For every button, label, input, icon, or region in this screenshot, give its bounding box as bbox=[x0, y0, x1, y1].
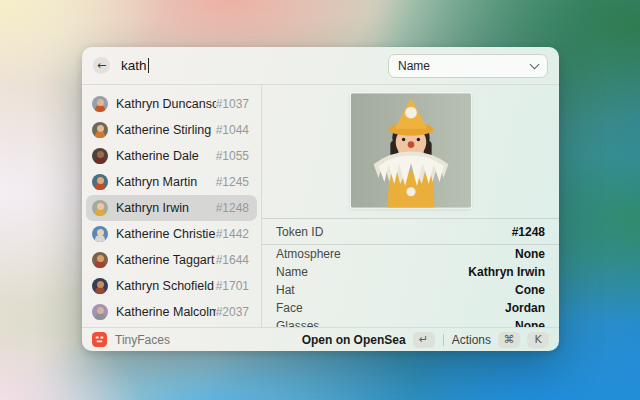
metadata-row: HatCone bbox=[262, 281, 559, 299]
item-name: Katherine Christie bbox=[116, 227, 216, 241]
avatar-outfit bbox=[95, 209, 105, 216]
item-token-id: #1037 bbox=[216, 97, 249, 111]
avatar-face bbox=[97, 255, 104, 262]
return-key-icon[interactable]: ↵ bbox=[413, 332, 435, 348]
metadata-value: #1248 bbox=[512, 225, 545, 239]
metadata-value: Cone bbox=[515, 283, 545, 297]
item-token-id: #1245 bbox=[216, 175, 249, 189]
search-input[interactable]: kath bbox=[121, 58, 388, 73]
search-header: ← kath Name bbox=[82, 47, 559, 85]
item-name: Katherine Taggart bbox=[116, 253, 216, 267]
avatar-face bbox=[97, 203, 104, 210]
metadata-row: NameKathryn Irwin bbox=[262, 263, 559, 281]
metadata-label: Atmosphere bbox=[276, 247, 341, 261]
k-key-icon[interactable]: K bbox=[527, 332, 549, 348]
list-item[interactable]: Katherine Stirling#1044 bbox=[86, 117, 257, 143]
item-token-id: #1044 bbox=[216, 123, 249, 137]
metadata-label: Face bbox=[276, 301, 303, 315]
open-on-opensea-button[interactable]: Open on OpenSea bbox=[302, 333, 406, 347]
search-query-text: kath bbox=[121, 58, 147, 73]
item-token-id: #2037 bbox=[216, 305, 249, 319]
avatar bbox=[92, 122, 108, 138]
avatar bbox=[92, 278, 108, 294]
sort-dropdown-value: Name bbox=[398, 59, 531, 73]
metadata-row: Token ID#1248 bbox=[262, 219, 559, 245]
item-token-id: #1248 bbox=[216, 201, 249, 215]
item-token-id: #1442 bbox=[216, 227, 249, 241]
command-key-icon[interactable]: ⌘ bbox=[498, 332, 520, 348]
desktop-background: ← kath Name Kathryn Duncanson#1037Kather… bbox=[0, 0, 640, 400]
avatar-outfit bbox=[95, 105, 105, 112]
avatar-outfit bbox=[95, 287, 105, 294]
list-item[interactable]: Kathryn Irwin#1248 bbox=[86, 195, 257, 221]
list-item[interactable]: Kathryn Duncanson#1037 bbox=[86, 91, 257, 117]
app-identity: TinyFaces bbox=[92, 332, 302, 347]
item-name: Kathryn Schofield bbox=[116, 279, 216, 293]
results-list: Kathryn Duncanson#1037Katherine Stirling… bbox=[82, 85, 262, 327]
avatar-face bbox=[97, 229, 104, 236]
text-caret bbox=[148, 58, 150, 73]
tinyfaces-logo-icon bbox=[92, 332, 107, 347]
metadata-label: Name bbox=[276, 265, 308, 279]
avatar-face bbox=[97, 177, 104, 184]
token-image-section bbox=[262, 85, 559, 218]
avatar bbox=[92, 96, 108, 112]
sort-dropdown[interactable]: Name bbox=[388, 54, 548, 78]
item-name: Katherine Stirling bbox=[116, 123, 216, 137]
metadata-row: FaceJordan bbox=[262, 299, 559, 317]
chevron-down-icon bbox=[530, 59, 540, 69]
avatar-face bbox=[97, 281, 104, 288]
token-image bbox=[351, 93, 471, 208]
avatar-outfit bbox=[95, 131, 105, 138]
item-name: Kathryn Irwin bbox=[116, 201, 216, 215]
item-name: Kathryn Duncanson bbox=[116, 97, 216, 111]
item-token-id: #1055 bbox=[216, 149, 249, 163]
token-metadata: Token ID#1248AtmosphereNoneNameKathryn I… bbox=[262, 218, 559, 327]
metadata-value: None bbox=[515, 247, 545, 261]
item-token-id: #1701 bbox=[216, 279, 249, 293]
avatar-outfit bbox=[95, 235, 105, 242]
metadata-row: GlassesNone bbox=[262, 317, 559, 327]
list-item[interactable]: Katherine Christie#1442 bbox=[86, 221, 257, 247]
item-name: Kathryn Martin bbox=[116, 175, 216, 189]
app-name-label: TinyFaces bbox=[115, 333, 170, 347]
avatar-face bbox=[97, 125, 104, 132]
content-area: Kathryn Duncanson#1037Katherine Stirling… bbox=[82, 85, 559, 327]
avatar bbox=[92, 200, 108, 216]
avatar-face bbox=[97, 307, 104, 314]
list-item[interactable]: Katherine Malcolm#2037 bbox=[86, 299, 257, 325]
list-item[interactable]: Katherine Dale#1055 bbox=[86, 143, 257, 169]
tinyfaces-window: ← kath Name Kathryn Duncanson#1037Kather… bbox=[82, 47, 559, 351]
footer-actions: Open on OpenSea ↵ Actions ⌘ K bbox=[302, 332, 549, 348]
avatar-face bbox=[97, 151, 104, 158]
back-arrow-icon: ← bbox=[97, 57, 106, 74]
metadata-label: Hat bbox=[276, 283, 295, 297]
item-name: Katherine Dale bbox=[116, 149, 216, 163]
detail-panel: Token ID#1248AtmosphereNoneNameKathryn I… bbox=[262, 85, 559, 327]
metadata-value: Kathryn Irwin bbox=[468, 265, 545, 279]
avatar-outfit bbox=[95, 313, 105, 320]
avatar bbox=[92, 148, 108, 164]
list-item[interactable]: Katherine Taggart#1644 bbox=[86, 247, 257, 273]
actions-button[interactable]: Actions bbox=[452, 333, 491, 347]
avatar-outfit bbox=[95, 183, 105, 190]
avatar bbox=[92, 226, 108, 242]
avatar-face bbox=[97, 99, 104, 106]
item-token-id: #1644 bbox=[216, 253, 249, 267]
footer-bar: TinyFaces Open on OpenSea ↵ Actions ⌘ K bbox=[82, 327, 559, 351]
item-name: Katherine Malcolm bbox=[116, 305, 216, 319]
metadata-value: Jordan bbox=[505, 301, 545, 315]
back-button[interactable]: ← bbox=[93, 57, 110, 74]
metadata-label: Glasses bbox=[276, 319, 319, 327]
metadata-row: AtmosphereNone bbox=[262, 245, 559, 263]
avatar-outfit bbox=[95, 157, 105, 164]
metadata-value: None bbox=[515, 319, 545, 327]
avatar bbox=[92, 252, 108, 268]
avatar bbox=[92, 174, 108, 190]
list-item[interactable]: Kathryn Schofield#1701 bbox=[86, 273, 257, 299]
footer-divider bbox=[443, 334, 444, 346]
list-item[interactable]: Kathryn Martin#1245 bbox=[86, 169, 257, 195]
metadata-label: Token ID bbox=[276, 225, 323, 239]
avatar bbox=[92, 304, 108, 320]
avatar-outfit bbox=[95, 261, 105, 268]
